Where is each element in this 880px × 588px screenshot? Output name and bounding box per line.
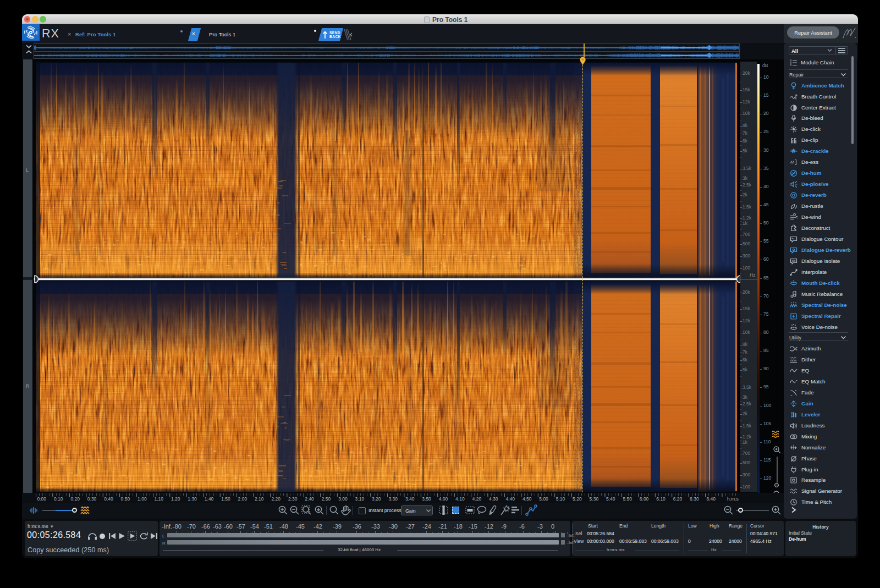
svg-text:4:40: 4:40: [505, 496, 515, 502]
svg-text:-9: -9: [501, 523, 507, 530]
svg-text:-39: -39: [333, 523, 342, 530]
svg-text:2:40: 2:40: [305, 496, 314, 502]
svg-text:h:m:s: h:m:s: [727, 496, 739, 502]
svg-text:4:10: 4:10: [455, 496, 465, 502]
svg-text:-12: -12: [485, 523, 493, 530]
svg-text:1:30: 1:30: [188, 496, 197, 502]
svg-text:-21: -21: [438, 523, 447, 530]
svg-text:-3: -3: [537, 523, 543, 530]
svg-text:0:30: 0:30: [87, 496, 97, 502]
svg-text:1:20: 1:20: [171, 496, 180, 502]
svg-text:0:50: 0:50: [121, 496, 130, 502]
svg-text:-54: -54: [250, 523, 259, 530]
svg-text:-36: -36: [353, 523, 361, 530]
svg-text:-6: -6: [519, 523, 525, 530]
svg-text:3:30: 3:30: [388, 496, 398, 502]
svg-text:5:40: 5:40: [606, 496, 615, 502]
svg-text:1:10: 1:10: [155, 496, 164, 502]
svg-text:3:10: 3:10: [355, 496, 365, 502]
svg-text:2:30: 2:30: [288, 496, 298, 502]
svg-text:2:50: 2:50: [322, 496, 331, 502]
svg-text:3:40: 3:40: [405, 496, 415, 502]
svg-text:-48: -48: [279, 523, 288, 530]
svg-text:-33: -33: [371, 523, 380, 530]
svg-text:-80: -80: [173, 523, 182, 530]
svg-text:2:20: 2:20: [272, 496, 281, 502]
svg-text:5:50: 5:50: [623, 496, 632, 502]
svg-text:5:00: 5:00: [539, 496, 548, 502]
svg-text:6:00: 6:00: [640, 496, 649, 502]
svg-text:0:40: 0:40: [104, 496, 113, 502]
svg-text:-18: -18: [454, 523, 463, 530]
svg-text:5:30: 5:30: [590, 496, 599, 502]
svg-text:1:40: 1:40: [205, 496, 214, 502]
svg-text:-60: -60: [224, 523, 233, 530]
svg-text:-42: -42: [314, 523, 322, 530]
svg-text:0: 0: [551, 523, 554, 530]
svg-text:6:10: 6:10: [656, 496, 666, 502]
svg-text:4:00: 4:00: [439, 496, 448, 502]
svg-text:3:00: 3:00: [338, 496, 348, 502]
svg-text:-66: -66: [201, 523, 210, 530]
svg-text:-Inf.: -Inf.: [162, 523, 172, 530]
svg-text:6:20: 6:20: [673, 496, 683, 502]
svg-text:1:00: 1:00: [138, 496, 147, 502]
svg-text:2:10: 2:10: [255, 496, 264, 502]
svg-text:4:50: 4:50: [522, 496, 532, 502]
svg-text:-15: -15: [469, 523, 477, 530]
svg-text:-24: -24: [422, 523, 431, 530]
svg-text:-45: -45: [296, 523, 305, 530]
svg-text:-57: -57: [237, 523, 245, 530]
svg-text:0:00: 0:00: [37, 496, 47, 502]
svg-text:2:00: 2:00: [238, 496, 248, 502]
svg-text:0:10: 0:10: [54, 496, 63, 502]
svg-text:3:50: 3:50: [422, 496, 431, 502]
svg-text:6:30: 6:30: [690, 496, 699, 502]
svg-text:-30: -30: [389, 523, 398, 530]
svg-text:4:30: 4:30: [489, 496, 498, 502]
svg-text:5:10: 5:10: [556, 496, 565, 502]
svg-text:4:20: 4:20: [472, 496, 482, 502]
svg-text:-63: -63: [213, 523, 222, 530]
svg-text:-51: -51: [264, 523, 273, 530]
svg-text:1:50: 1:50: [221, 496, 230, 502]
svg-text:3:20: 3:20: [372, 496, 381, 502]
svg-text:-27: -27: [406, 523, 415, 530]
svg-text:-70: -70: [187, 523, 196, 530]
svg-text:0:20: 0:20: [70, 496, 80, 502]
svg-text:5:20: 5:20: [573, 496, 582, 502]
svg-text:6:40: 6:40: [707, 496, 716, 502]
